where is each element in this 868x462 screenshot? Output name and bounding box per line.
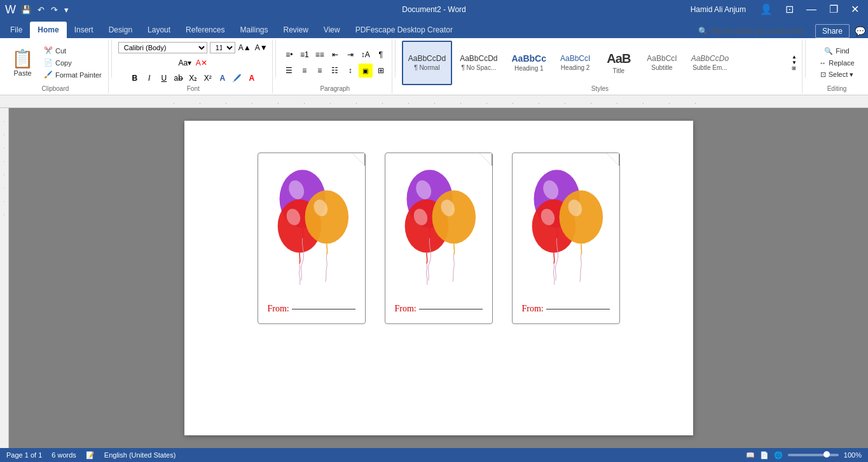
superscript-button[interactable]: X²: [201, 71, 215, 85]
tab-references[interactable]: References: [178, 22, 232, 38]
increase-font-button[interactable]: A▲: [238, 41, 252, 55]
cut-button[interactable]: ✂️ Cut: [41, 45, 104, 56]
style-no-spacing-label: ¶ No Spac...: [461, 64, 496, 71]
styles-scroll-down[interactable]: ▼: [792, 60, 797, 65]
paste-button[interactable]: 📋 Paste: [6, 41, 39, 85]
change-case-button[interactable]: Aa▾: [178, 56, 192, 70]
maximize-button[interactable]: ❐: [825, 0, 842, 19]
cut-icon: ✂️: [44, 46, 53, 55]
show-hide-button[interactable]: ¶: [374, 48, 388, 62]
close-button[interactable]: ✕: [847, 0, 863, 19]
style-subtle-em-label: Subtle Em...: [692, 64, 727, 71]
print-layout-icon[interactable]: 📄: [760, 451, 769, 459]
text-highlight-button[interactable]: 🖊️: [230, 71, 244, 85]
increase-indent-button[interactable]: ⇥: [343, 48, 357, 62]
style-subtle-em[interactable]: AaBbCcDo Subtle Em...: [685, 41, 735, 85]
underline-button[interactable]: U: [157, 71, 171, 85]
web-layout-icon[interactable]: 🌐: [774, 451, 783, 459]
zoom-level[interactable]: 100%: [844, 451, 862, 459]
align-left-button[interactable]: ☰: [282, 64, 296, 78]
style-heading2[interactable]: AaBbCcI Heading 2: [554, 41, 596, 85]
numbering-button[interactable]: ≡1: [298, 48, 312, 62]
zoom-slider[interactable]: [788, 454, 839, 456]
balloon-svg-3: [521, 160, 610, 287]
status-bar: Page 1 of 1 6 words 📝 English (United St…: [0, 448, 868, 462]
document-area[interactable]: From:: [9, 108, 868, 448]
tab-pdfescape[interactable]: PDFescape Desktop Creator: [348, 22, 460, 38]
font-size-select[interactable]: 11: [210, 42, 235, 53]
paragraph-group: ≡• ≡1 ≡≡ ⇤ ⇥ ↕A ¶ ☰ ≡ ≡ ☷ ↕ ▣ ⊞ Paragrap…: [279, 39, 392, 93]
minimize-button[interactable]: —: [803, 0, 820, 19]
from-line-1: From:: [268, 304, 355, 314]
ruler-marker: . . . . . . . . . . . . . . . . . . . . …: [0, 99, 868, 105]
clear-formatting-button[interactable]: A✕: [195, 56, 209, 70]
style-heading1[interactable]: AaBbCc Heading 1: [506, 41, 553, 85]
tab-view[interactable]: View: [316, 22, 348, 38]
tab-home[interactable]: Home: [30, 22, 66, 38]
replace-button[interactable]: ↔ Replace: [816, 58, 857, 68]
strikethrough-button[interactable]: ab̶: [172, 71, 186, 85]
from-text-1: From:: [268, 304, 289, 314]
style-title[interactable]: AaB Title: [598, 41, 639, 85]
styles-scroll: ▲ ▼ ⊞: [790, 53, 798, 72]
zoom-thumb[interactable]: [823, 451, 830, 458]
bold-button[interactable]: B: [128, 71, 142, 85]
profile-icon[interactable]: 👤: [756, 0, 776, 19]
align-right-button[interactable]: ≡: [313, 64, 327, 78]
borders-button[interactable]: ⊞: [374, 64, 388, 78]
copy-button[interactable]: 📄 Copy: [41, 57, 104, 68]
tab-mailings[interactable]: Mailings: [232, 22, 275, 38]
find-button[interactable]: 🔍 Find: [822, 46, 851, 57]
undo-button[interactable]: ↶: [35, 4, 47, 16]
redo-button[interactable]: ↷: [48, 4, 60, 16]
italic-button[interactable]: I: [142, 71, 156, 85]
subscript-button[interactable]: X₂: [186, 71, 200, 85]
tab-review[interactable]: Review: [275, 22, 315, 38]
font-color-button[interactable]: A: [245, 71, 259, 85]
from-underline-1: [292, 309, 355, 309]
tab-file[interactable]: File: [3, 22, 30, 38]
multilevel-list-button[interactable]: ≡≡: [313, 48, 327, 62]
style-subtitle[interactable]: AaBbCcI Subtitle: [640, 41, 683, 85]
comment-icon[interactable]: 💬: [855, 26, 865, 36]
bullets-button[interactable]: ≡•: [282, 48, 296, 62]
text-effects-button[interactable]: A: [216, 71, 230, 85]
font-family-select[interactable]: Calibri (Body): [118, 42, 207, 53]
sort-button[interactable]: ↕A: [359, 48, 373, 62]
style-normal[interactable]: AaBbCcDd ¶ Normal: [402, 41, 452, 85]
shading-button[interactable]: ▣: [359, 64, 373, 78]
tab-insert[interactable]: Insert: [67, 22, 101, 38]
decrease-font-button[interactable]: A▼: [254, 41, 268, 55]
styles-more[interactable]: ⊞: [792, 65, 797, 71]
tab-design[interactable]: Design: [101, 22, 140, 38]
style-heading2-label: Heading 2: [561, 64, 590, 71]
tell-me-input[interactable]: 🔍 Tell me what you want to do: [692, 25, 810, 37]
style-no-spacing[interactable]: AaBbCcDd ¶ No Spac...: [453, 41, 504, 85]
read-mode-icon[interactable]: 📖: [746, 451, 755, 459]
gift-tag-2: From:: [385, 153, 493, 324]
word-count: 6 words: [52, 451, 76, 459]
svg-point-16: [559, 191, 603, 244]
line-spacing-button[interactable]: ↕: [343, 64, 357, 78]
main-area: · · · · · · · ·: [0, 108, 868, 448]
spell-check-icon[interactable]: 📝: [86, 451, 95, 459]
justify-button[interactable]: ☷: [328, 64, 342, 78]
select-button[interactable]: ⊡ Select ▾: [818, 69, 857, 80]
styles-scroll-up[interactable]: ▲: [792, 54, 797, 60]
align-center-button[interactable]: ≡: [298, 64, 312, 78]
share-button[interactable]: Share: [815, 24, 850, 38]
style-subtitle-label: Subtitle: [651, 64, 672, 71]
decrease-indent-button[interactable]: ⇤: [328, 48, 342, 62]
divider-1: [111, 39, 112, 78]
language[interactable]: English (United States): [104, 451, 176, 459]
save-button[interactable]: 💾: [18, 4, 34, 16]
title-bar-right: Hamid Ali Anjum 👤 ⊡ — ❐ ✕: [691, 0, 863, 19]
quick-access-dropdown[interactable]: ▾: [62, 4, 71, 16]
format-painter-button[interactable]: 🖌️ Format Painter: [41, 69, 104, 80]
ribbon-content: 📋 Paste ✂️ Cut 📄 Copy 🖌️ Format Painter …: [0, 38, 868, 95]
styles-gallery: AaBbCcDd ¶ Normal AaBbCcDd ¶ No Spac... …: [402, 41, 790, 85]
ribbon-display-icon[interactable]: ⊡: [782, 0, 797, 19]
style-normal-preview: AaBbCcDd: [408, 54, 446, 63]
font-label: Font: [114, 85, 272, 93]
tab-layout[interactable]: Layout: [140, 22, 178, 38]
